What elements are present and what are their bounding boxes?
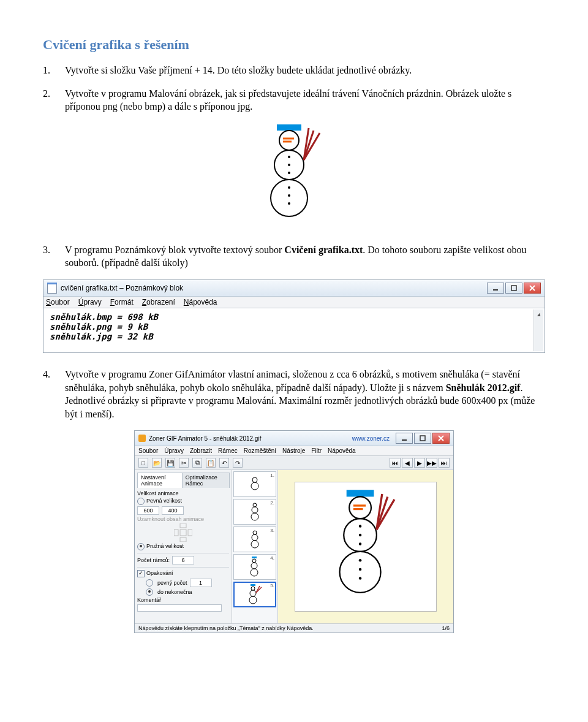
svg-point-31 [252, 507, 258, 513]
zoner-url[interactable]: www.zoner.cz [352, 435, 390, 442]
svg-point-42 [250, 590, 256, 596]
minimize-button[interactable] [396, 433, 413, 444]
radio-infinite[interactable] [146, 588, 153, 596]
menu-file[interactable]: Soubor [46, 298, 70, 306]
zoner-canvas[interactable] [278, 470, 453, 623]
zoner-settings-panel: Nastavení Animace Optimalizace Rámec Vel… [135, 470, 232, 623]
maximize-button[interactable] [414, 433, 431, 444]
item-text: V programu Poznámkový blok vytvořte text… [65, 245, 284, 255]
zoner-titlebar: Zoner GIF Animator 5 - sněhulák 2012.gif… [135, 431, 453, 446]
scrollbar[interactable]: ▴ [533, 310, 543, 351]
menu-item[interactable]: Soubor [138, 447, 158, 454]
width-input[interactable]: 600 [137, 506, 159, 515]
comment-input[interactable] [137, 604, 222, 612]
play-next-icon[interactable]: ▶▶ [426, 458, 437, 468]
item-text: Vytvořte si složku Vaše příjmení + 14. D… [65, 65, 412, 75]
menu-item[interactable]: Filtr [311, 447, 322, 454]
svg-rect-40 [251, 584, 255, 586]
zoner-canvas-frame [295, 482, 437, 612]
tool-open-icon[interactable]: 📂 [152, 458, 162, 468]
list-item: 4. Vytvořte v programu Zoner GifAnimátor… [43, 368, 545, 420]
zoner-menubar: Soubor Úpravy Zobrazit Rámec Rozměštění … [135, 446, 453, 456]
check-loop[interactable]: Opakování [137, 570, 229, 577]
frame-thumb[interactable]: 4. [233, 554, 276, 580]
svg-point-41 [251, 587, 255, 590]
svg-point-7 [288, 172, 290, 174]
svg-point-9 [288, 186, 290, 189]
fixed-count-label: pevný počet [157, 580, 187, 586]
svg-point-32 [251, 513, 258, 520]
svg-point-10 [288, 194, 290, 197]
close-button[interactable] [432, 433, 450, 444]
radio-fixed-count[interactable] [146, 579, 153, 587]
menu-item[interactable]: Nápověda [328, 447, 356, 454]
height-input[interactable]: 400 [162, 506, 184, 515]
radio-fixed-size[interactable]: Pevná velikost [137, 498, 229, 505]
svg-point-37 [252, 559, 256, 563]
tool-new-icon[interactable]: □ [138, 458, 148, 468]
minimize-button[interactable] [487, 283, 504, 294]
frame-thumb[interactable]: 3. [233, 526, 276, 552]
svg-rect-20 [420, 436, 425, 441]
trim-disabled-label: Uzamknout obsah animace [137, 516, 229, 522]
tool-copy-icon[interactable]: ⧉ [192, 458, 202, 468]
item-text: Vytvořte v programu Malování obrázek, ja… [65, 88, 511, 112]
menu-help[interactable]: Nápověda [184, 298, 217, 306]
tool-save-icon[interactable]: 💾 [165, 458, 175, 468]
menu-item[interactable]: Úpravy [164, 447, 184, 454]
svg-point-47 [349, 497, 371, 519]
notepad-title-text: cvičení grafika.txt – Poznámkový blok [61, 284, 183, 292]
zoner-window: Zoner GIF Animator 5 - sněhulák 2012.gif… [134, 430, 454, 633]
menu-item[interactable]: Rozměštění [244, 447, 276, 454]
maximize-button[interactable] [505, 283, 522, 294]
svg-point-51 [359, 525, 361, 528]
menu-item[interactable]: Nástroje [282, 447, 305, 454]
size-label: Velikost animace [137, 490, 229, 496]
menu-item[interactable]: Zobrazit [190, 447, 212, 454]
status-frame-counter: 1/6 [442, 625, 450, 631]
svg-point-8 [271, 180, 307, 216]
scroll-up-icon[interactable]: ▴ [534, 310, 543, 319]
play-last-icon[interactable]: ⏭ [439, 458, 450, 468]
svg-point-34 [252, 534, 258, 541]
tool-redo-icon[interactable]: ↷ [233, 458, 243, 468]
notepad-line: sněhulák.jpg = 32 kB [50, 332, 538, 341]
svg-rect-36 [252, 557, 257, 558]
infinite-label: do nekonečna [157, 589, 192, 595]
svg-rect-23 [180, 530, 186, 536]
frame-thumb[interactable]: 2. [233, 499, 276, 525]
item-number: 4. [43, 368, 50, 381]
close-button[interactable] [524, 283, 541, 294]
svg-point-6 [288, 164, 290, 166]
frames-input[interactable]: 6 [172, 556, 194, 564]
svg-rect-46 [347, 490, 374, 497]
svg-point-55 [359, 559, 361, 561]
svg-point-38 [251, 563, 257, 569]
notepad-titlebar: cvičení grafika.txt – Poznámkový blok [43, 280, 545, 297]
notepad-textarea[interactable]: sněhulák.bmp = 698 kB sněhulák.png = 9 k… [43, 308, 545, 352]
tab-animation-settings[interactable]: Nastavení Animace [137, 473, 183, 488]
menu-view[interactable]: Zobrazení [142, 298, 175, 306]
list-item: 2. Vytvořte v programu Malování obrázek,… [43, 87, 545, 113]
svg-point-54 [340, 552, 381, 593]
tool-undo-icon[interactable]: ↶ [219, 458, 229, 468]
frame-thumb[interactable]: 1. [233, 471, 276, 497]
frame-thumb-selected[interactable]: 5. [233, 582, 276, 607]
play-first-icon[interactable]: ⏮ [390, 458, 401, 468]
tool-cut-icon[interactable]: ✂ [179, 458, 189, 468]
menu-item[interactable]: Rámec [218, 447, 238, 454]
zoner-statusbar: Nápovědu získáte klepnutím na položku „T… [135, 623, 453, 633]
radio-flexible-size[interactable]: Pružná velikost [137, 543, 229, 550]
fixed-count-input[interactable]: 1 [190, 579, 212, 587]
svg-point-11 [288, 202, 290, 205]
tool-paste-icon[interactable]: 📋 [206, 458, 216, 468]
tab-optimize-frame[interactable]: Optimalizace Rámec [182, 473, 230, 488]
menu-edit[interactable]: Úpravy [78, 298, 102, 306]
svg-point-30 [253, 503, 257, 507]
svg-point-57 [359, 577, 361, 580]
play-icon[interactable]: ▶ [414, 458, 425, 468]
svg-point-52 [359, 534, 361, 536]
play-prev-icon[interactable]: ◀ [402, 458, 413, 468]
comment-label: Komentář [137, 597, 229, 603]
menu-format[interactable]: Formát [110, 298, 134, 306]
